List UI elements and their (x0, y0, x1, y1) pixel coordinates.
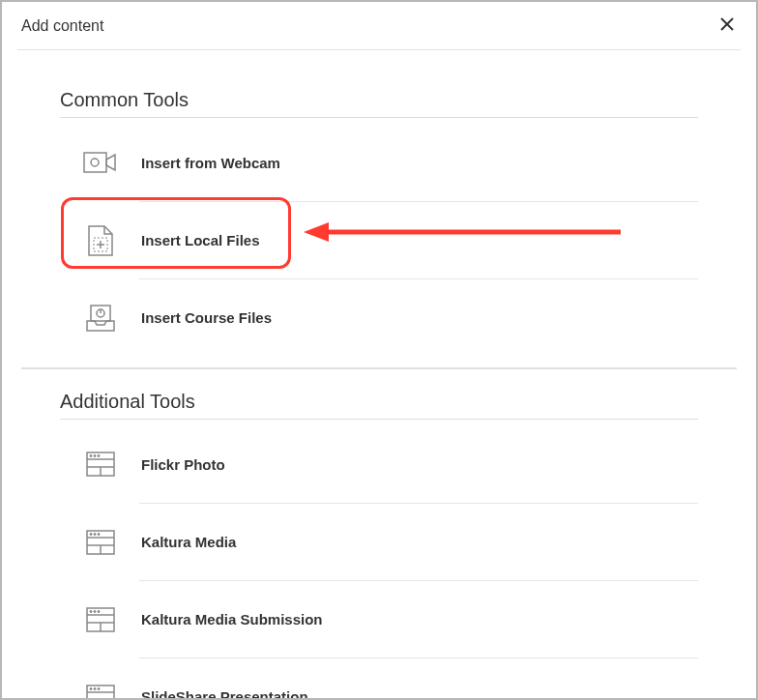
section-divider (21, 367, 737, 369)
window-grid-icon (81, 445, 120, 483)
svg-point-27 (94, 610, 96, 612)
svg-point-28 (98, 610, 100, 612)
window-grid-icon (81, 523, 120, 562)
svg-point-13 (94, 455, 96, 457)
common-tools-list: Insert from Webcam Insert Local Files (60, 124, 698, 356)
scroll-area[interactable]: Add content Common Tools (2, 2, 756, 698)
dialog-header: Add content (17, 2, 741, 50)
section-rule (60, 419, 698, 420)
tool-insert-local-files[interactable]: Insert Local Files (139, 201, 698, 278)
additional-tools-list: Flickr Photo Kaltura Media (60, 425, 698, 698)
svg-point-20 (94, 533, 96, 535)
section-title-additional: Additional Tools (60, 391, 698, 413)
tool-label: SlideShare Presentation (141, 688, 308, 698)
svg-point-3 (91, 159, 99, 166)
dialog-title: Add content (17, 2, 741, 50)
tool-label: Flickr Photo (141, 456, 225, 473)
svg-point-14 (98, 455, 100, 457)
tool-label: Insert from Webcam (141, 155, 280, 171)
svg-point-21 (98, 533, 100, 535)
svg-point-35 (98, 687, 100, 689)
tool-insert-from-webcam[interactable]: Insert from Webcam (81, 124, 698, 201)
tray-icon (81, 299, 120, 337)
window-grid-icon (81, 600, 120, 639)
webcam-icon (81, 143, 120, 182)
svg-point-26 (90, 610, 92, 612)
close-icon (720, 15, 734, 36)
svg-point-12 (90, 455, 92, 457)
svg-point-19 (90, 533, 92, 535)
file-add-icon (81, 221, 120, 260)
svg-rect-2 (84, 153, 106, 172)
tool-label: Insert Local Files (141, 232, 260, 248)
tool-label: Insert Course Files (141, 309, 272, 326)
svg-point-33 (90, 687, 92, 689)
tool-kaltura-media[interactable]: Kaltura Media (139, 503, 698, 580)
tool-slideshare-presentation[interactable]: SlideShare Presentation (139, 657, 698, 698)
tool-label: Kaltura Media Submission (141, 611, 323, 627)
tool-insert-course-files[interactable]: Insert Course Files (139, 278, 698, 356)
dialog-frame: Add content Common Tools (0, 0, 758, 700)
close-button[interactable] (714, 12, 741, 39)
dialog-body: Common Tools Insert from Webcam (2, 50, 756, 698)
tool-flickr-photo[interactable]: Flickr Photo (81, 425, 698, 503)
svg-point-34 (94, 687, 96, 689)
section-title-common: Common Tools (60, 89, 698, 111)
tool-kaltura-media-submission[interactable]: Kaltura Media Submission (139, 580, 698, 657)
section-rule (60, 117, 698, 118)
tool-label: Kaltura Media (141, 534, 236, 550)
window-grid-icon (81, 678, 120, 699)
